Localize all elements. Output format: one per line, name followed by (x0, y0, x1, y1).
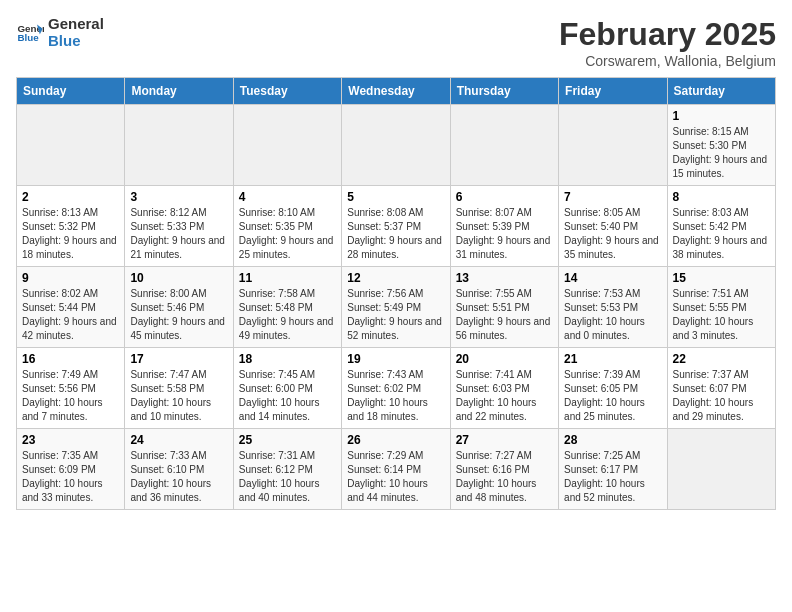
calendar-cell: 18Sunrise: 7:45 AM Sunset: 6:00 PM Dayli… (233, 348, 341, 429)
calendar-cell: 10Sunrise: 8:00 AM Sunset: 5:46 PM Dayli… (125, 267, 233, 348)
calendar-cell (342, 105, 450, 186)
day-info: Sunrise: 7:25 AM Sunset: 6:17 PM Dayligh… (564, 449, 661, 505)
day-info: Sunrise: 8:07 AM Sunset: 5:39 PM Dayligh… (456, 206, 553, 262)
day-info: Sunrise: 8:02 AM Sunset: 5:44 PM Dayligh… (22, 287, 119, 343)
calendar-cell: 12Sunrise: 7:56 AM Sunset: 5:49 PM Dayli… (342, 267, 450, 348)
calendar-cell: 15Sunrise: 7:51 AM Sunset: 5:55 PM Dayli… (667, 267, 775, 348)
calendar-cell: 1Sunrise: 8:15 AM Sunset: 5:30 PM Daylig… (667, 105, 775, 186)
calendar-cell: 11Sunrise: 7:58 AM Sunset: 5:48 PM Dayli… (233, 267, 341, 348)
calendar-cell: 8Sunrise: 8:03 AM Sunset: 5:42 PM Daylig… (667, 186, 775, 267)
calendar-cell: 3Sunrise: 8:12 AM Sunset: 5:33 PM Daylig… (125, 186, 233, 267)
day-number: 13 (456, 271, 553, 285)
calendar-cell: 4Sunrise: 8:10 AM Sunset: 5:35 PM Daylig… (233, 186, 341, 267)
svg-text:Blue: Blue (17, 32, 39, 43)
calendar-cell: 24Sunrise: 7:33 AM Sunset: 6:10 PM Dayli… (125, 429, 233, 510)
day-number: 17 (130, 352, 227, 366)
header-friday: Friday (559, 78, 667, 105)
calendar-header-row: SundayMondayTuesdayWednesdayThursdayFrid… (17, 78, 776, 105)
day-number: 12 (347, 271, 444, 285)
calendar-cell: 20Sunrise: 7:41 AM Sunset: 6:03 PM Dayli… (450, 348, 558, 429)
calendar-cell: 16Sunrise: 7:49 AM Sunset: 5:56 PM Dayli… (17, 348, 125, 429)
day-number: 26 (347, 433, 444, 447)
day-number: 6 (456, 190, 553, 204)
day-info: Sunrise: 7:33 AM Sunset: 6:10 PM Dayligh… (130, 449, 227, 505)
day-number: 11 (239, 271, 336, 285)
calendar-cell: 2Sunrise: 8:13 AM Sunset: 5:32 PM Daylig… (17, 186, 125, 267)
logo-blue: Blue (48, 33, 104, 50)
day-number: 8 (673, 190, 770, 204)
day-number: 21 (564, 352, 661, 366)
page-header: General Blue General Blue February 2025 … (16, 16, 776, 69)
calendar-cell: 14Sunrise: 7:53 AM Sunset: 5:53 PM Dayli… (559, 267, 667, 348)
day-info: Sunrise: 7:29 AM Sunset: 6:14 PM Dayligh… (347, 449, 444, 505)
calendar-cell: 27Sunrise: 7:27 AM Sunset: 6:16 PM Dayli… (450, 429, 558, 510)
calendar-cell: 9Sunrise: 8:02 AM Sunset: 5:44 PM Daylig… (17, 267, 125, 348)
day-info: Sunrise: 8:12 AM Sunset: 5:33 PM Dayligh… (130, 206, 227, 262)
day-number: 9 (22, 271, 119, 285)
calendar-cell: 23Sunrise: 7:35 AM Sunset: 6:09 PM Dayli… (17, 429, 125, 510)
header-saturday: Saturday (667, 78, 775, 105)
logo-icon: General Blue (16, 19, 44, 47)
header-monday: Monday (125, 78, 233, 105)
day-info: Sunrise: 8:05 AM Sunset: 5:40 PM Dayligh… (564, 206, 661, 262)
logo: General Blue General Blue (16, 16, 104, 49)
day-info: Sunrise: 7:31 AM Sunset: 6:12 PM Dayligh… (239, 449, 336, 505)
day-info: Sunrise: 8:08 AM Sunset: 5:37 PM Dayligh… (347, 206, 444, 262)
day-info: Sunrise: 7:47 AM Sunset: 5:58 PM Dayligh… (130, 368, 227, 424)
day-number: 10 (130, 271, 227, 285)
day-info: Sunrise: 7:45 AM Sunset: 6:00 PM Dayligh… (239, 368, 336, 424)
calendar-week-2: 2Sunrise: 8:13 AM Sunset: 5:32 PM Daylig… (17, 186, 776, 267)
day-info: Sunrise: 8:00 AM Sunset: 5:46 PM Dayligh… (130, 287, 227, 343)
day-number: 19 (347, 352, 444, 366)
calendar-cell: 7Sunrise: 8:05 AM Sunset: 5:40 PM Daylig… (559, 186, 667, 267)
calendar-cell: 28Sunrise: 7:25 AM Sunset: 6:17 PM Dayli… (559, 429, 667, 510)
day-info: Sunrise: 7:58 AM Sunset: 5:48 PM Dayligh… (239, 287, 336, 343)
day-info: Sunrise: 7:51 AM Sunset: 5:55 PM Dayligh… (673, 287, 770, 343)
calendar-cell (450, 105, 558, 186)
day-info: Sunrise: 8:03 AM Sunset: 5:42 PM Dayligh… (673, 206, 770, 262)
calendar-cell: 13Sunrise: 7:55 AM Sunset: 5:51 PM Dayli… (450, 267, 558, 348)
calendar-week-3: 9Sunrise: 8:02 AM Sunset: 5:44 PM Daylig… (17, 267, 776, 348)
day-info: Sunrise: 7:55 AM Sunset: 5:51 PM Dayligh… (456, 287, 553, 343)
header-sunday: Sunday (17, 78, 125, 105)
title-block: February 2025 Corswarem, Wallonia, Belgi… (559, 16, 776, 69)
day-number: 18 (239, 352, 336, 366)
calendar-cell: 5Sunrise: 8:08 AM Sunset: 5:37 PM Daylig… (342, 186, 450, 267)
calendar-week-4: 16Sunrise: 7:49 AM Sunset: 5:56 PM Dayli… (17, 348, 776, 429)
calendar-cell: 19Sunrise: 7:43 AM Sunset: 6:02 PM Dayli… (342, 348, 450, 429)
calendar-cell: 17Sunrise: 7:47 AM Sunset: 5:58 PM Dayli… (125, 348, 233, 429)
calendar-cell: 21Sunrise: 7:39 AM Sunset: 6:05 PM Dayli… (559, 348, 667, 429)
day-number: 4 (239, 190, 336, 204)
day-number: 14 (564, 271, 661, 285)
day-number: 27 (456, 433, 553, 447)
day-info: Sunrise: 7:49 AM Sunset: 5:56 PM Dayligh… (22, 368, 119, 424)
day-number: 7 (564, 190, 661, 204)
day-info: Sunrise: 8:10 AM Sunset: 5:35 PM Dayligh… (239, 206, 336, 262)
day-info: Sunrise: 7:27 AM Sunset: 6:16 PM Dayligh… (456, 449, 553, 505)
logo-general: General (48, 16, 104, 33)
calendar-week-5: 23Sunrise: 7:35 AM Sunset: 6:09 PM Dayli… (17, 429, 776, 510)
day-number: 28 (564, 433, 661, 447)
day-info: Sunrise: 7:53 AM Sunset: 5:53 PM Dayligh… (564, 287, 661, 343)
day-number: 25 (239, 433, 336, 447)
day-info: Sunrise: 7:35 AM Sunset: 6:09 PM Dayligh… (22, 449, 119, 505)
day-number: 16 (22, 352, 119, 366)
calendar-cell (667, 429, 775, 510)
calendar-cell: 22Sunrise: 7:37 AM Sunset: 6:07 PM Dayli… (667, 348, 775, 429)
calendar-cell (125, 105, 233, 186)
day-number: 3 (130, 190, 227, 204)
day-info: Sunrise: 7:37 AM Sunset: 6:07 PM Dayligh… (673, 368, 770, 424)
day-number: 23 (22, 433, 119, 447)
day-number: 15 (673, 271, 770, 285)
calendar-week-1: 1Sunrise: 8:15 AM Sunset: 5:30 PM Daylig… (17, 105, 776, 186)
calendar-cell (559, 105, 667, 186)
day-info: Sunrise: 7:56 AM Sunset: 5:49 PM Dayligh… (347, 287, 444, 343)
calendar-cell (233, 105, 341, 186)
location-subtitle: Corswarem, Wallonia, Belgium (559, 53, 776, 69)
day-number: 2 (22, 190, 119, 204)
day-info: Sunrise: 7:41 AM Sunset: 6:03 PM Dayligh… (456, 368, 553, 424)
day-number: 5 (347, 190, 444, 204)
calendar-cell: 25Sunrise: 7:31 AM Sunset: 6:12 PM Dayli… (233, 429, 341, 510)
day-info: Sunrise: 7:43 AM Sunset: 6:02 PM Dayligh… (347, 368, 444, 424)
header-wednesday: Wednesday (342, 78, 450, 105)
